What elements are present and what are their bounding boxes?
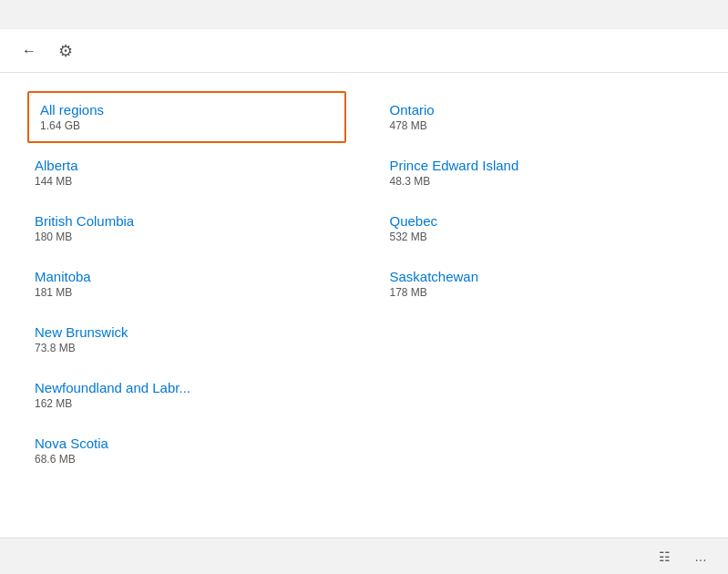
- region-name-british-columbia: British Columbia: [35, 213, 339, 229]
- region-name-all-regions: All regions: [40, 102, 333, 118]
- region-item-saskatchewan[interactable]: Saskatchewan 178 MB: [383, 258, 702, 310]
- minimize-button[interactable]: [602, 0, 644, 29]
- close-button[interactable]: [686, 0, 728, 29]
- main-content: All regions 1.64 GB Alberta 144 MB Briti…: [0, 73, 728, 538]
- title-bar: [0, 0, 728, 29]
- region-item-ontario[interactable]: Ontario 478 MB: [383, 91, 702, 143]
- region-item-quebec[interactable]: Quebec 532 MB: [383, 202, 702, 254]
- app-header: ← ⚙: [0, 29, 728, 73]
- region-name-saskatchewan: Saskatchewan: [390, 269, 694, 284]
- region-name-prince-edward-island: Prince Edward Island: [390, 158, 694, 173]
- region-size-quebec: 532 MB: [390, 231, 694, 243]
- region-name-manitoba: Manitoba: [35, 269, 339, 284]
- right-column: Ontario 478 MB Prince Edward Island 48.3…: [383, 91, 702, 480]
- region-item-prince-edward-island[interactable]: Prince Edward Island 48.3 MB: [383, 147, 702, 199]
- region-size-new-brunswick: 73.8 MB: [35, 342, 339, 354]
- region-item-manitoba[interactable]: Manitoba 181 MB: [27, 258, 346, 310]
- region-size-newfoundland: 162 MB: [35, 397, 339, 410]
- list-view-button[interactable]: ☷: [648, 542, 681, 571]
- back-button[interactable]: ←: [15, 36, 44, 66]
- region-name-new-brunswick: New Brunswick: [35, 324, 339, 340]
- region-item-british-columbia[interactable]: British Columbia 180 MB: [27, 202, 346, 254]
- region-item-alberta[interactable]: Alberta 144 MB: [27, 147, 346, 199]
- settings-gear-icon: ⚙: [58, 41, 73, 61]
- region-size-british-columbia: 180 MB: [35, 231, 339, 243]
- region-size-manitoba: 181 MB: [35, 286, 339, 299]
- region-item-nova-scotia[interactable]: Nova Scotia 68.6 MB: [27, 425, 346, 477]
- region-size-prince-edward-island: 48.3 MB: [390, 175, 694, 188]
- region-item-all-regions[interactable]: All regions 1.64 GB: [27, 91, 346, 143]
- region-size-all-regions: 1.64 GB: [40, 119, 333, 132]
- regions-grid: All regions 1.64 GB Alberta 144 MB Briti…: [27, 91, 701, 480]
- region-name-newfoundland: Newfoundland and Labr...: [35, 380, 339, 395]
- more-options-button[interactable]: …: [684, 542, 717, 571]
- region-size-alberta: 144 MB: [35, 175, 339, 188]
- bottom-bar: ☷ …: [0, 538, 728, 574]
- region-size-saskatchewan: 178 MB: [390, 286, 694, 299]
- title-bar-controls: [602, 0, 728, 29]
- region-name-quebec: Quebec: [390, 213, 694, 229]
- region-name-nova-scotia: Nova Scotia: [35, 436, 339, 451]
- left-column: All regions 1.64 GB Alberta 144 MB Briti…: [27, 91, 346, 480]
- region-item-newfoundland[interactable]: Newfoundland and Labr... 162 MB: [27, 369, 346, 421]
- region-size-nova-scotia: 68.6 MB: [35, 453, 339, 466]
- region-name-alberta: Alberta: [35, 158, 339, 173]
- region-item-new-brunswick[interactable]: New Brunswick 73.8 MB: [27, 313, 346, 365]
- maximize-button[interactable]: [644, 0, 686, 29]
- region-name-ontario: Ontario: [390, 102, 694, 118]
- region-size-ontario: 478 MB: [390, 119, 694, 132]
